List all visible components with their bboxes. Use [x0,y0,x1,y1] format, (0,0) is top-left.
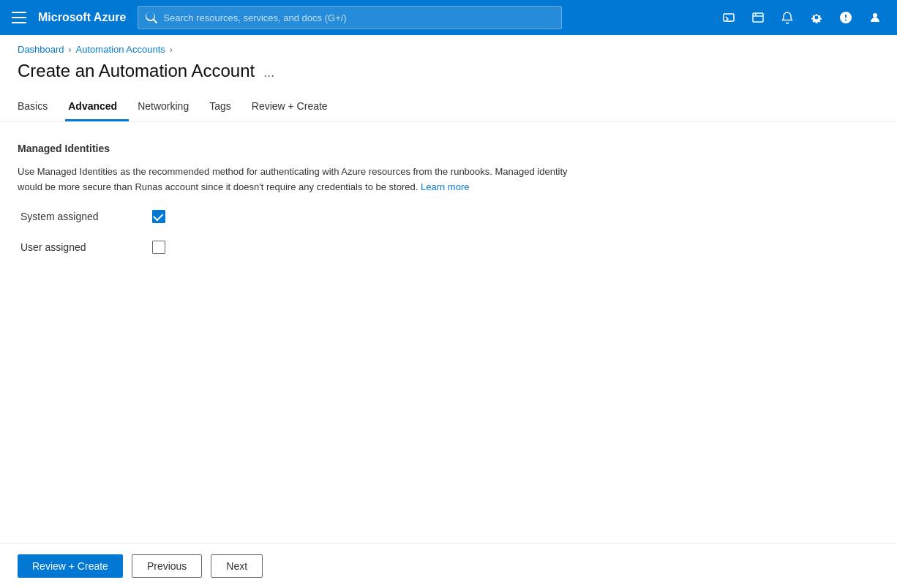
breadcrumb: Dashboard › Automation Accounts › [0,35,897,55]
user-assigned-checkbox[interactable] [152,241,165,254]
tab-networking[interactable]: Networking [135,93,200,121]
user-assigned-label: User assigned [20,241,138,253]
previous-button[interactable]: Previous [132,554,202,578]
hamburger-menu[interactable] [9,6,32,29]
search-input[interactable] [163,12,554,23]
next-button[interactable]: Next [211,554,263,578]
topbar-icons [716,4,888,31]
search-icon [146,12,157,23]
directory-icon[interactable] [745,4,771,31]
breadcrumb-sep-1: › [69,45,72,55]
tab-tags[interactable]: Tags [206,93,243,121]
description-text: Use Managed Identities as the recommende… [18,165,574,195]
topbar: Microsoft Azure [0,0,897,35]
breadcrumb-automation-accounts[interactable]: Automation Accounts [76,44,165,55]
tabs: Basics Advanced Networking Tags Review +… [0,81,897,122]
page-title: Create an Automation Account [18,61,255,81]
learn-more-link[interactable]: Learn more [421,181,469,192]
notifications-icon[interactable] [774,4,800,31]
section-title: Managed Identities [18,143,879,154]
page-title-menu[interactable]: ... [263,65,274,80]
page-title-row: Create an Automation Account ... [0,55,897,81]
system-assigned-checkbox-container [152,210,165,223]
svg-point-5 [873,13,877,18]
user-assigned-row: User assigned [18,241,879,254]
tab-basics[interactable]: Basics [18,93,59,121]
system-assigned-checkbox[interactable] [152,210,165,223]
cloud-shell-icon[interactable] [716,4,742,31]
content-area: Managed Identities Use Managed Identitie… [0,122,897,543]
app-logo: Microsoft Azure [38,11,126,24]
user-assigned-checkbox-container [152,241,165,254]
system-assigned-label: System assigned [20,211,138,222]
breadcrumb-dashboard[interactable]: Dashboard [18,44,64,55]
svg-rect-2 [753,13,763,22]
review-create-button[interactable]: Review + Create [18,554,123,578]
search-bar[interactable] [138,6,562,29]
bottom-bar: Review + Create Previous Next [0,543,897,588]
tab-advanced[interactable]: Advanced [65,93,129,121]
system-assigned-row: System assigned [18,210,879,223]
breadcrumb-sep-2: › [170,45,173,55]
main-wrapper: Dashboard › Automation Accounts › Create… [0,35,897,588]
account-icon[interactable] [862,4,888,31]
description-part1: Use Managed Identities as the recommende… [18,166,568,192]
tab-review-create[interactable]: Review + Create [249,93,339,121]
help-icon[interactable] [833,4,859,31]
settings-icon[interactable] [803,4,830,31]
svg-rect-0 [724,14,734,21]
